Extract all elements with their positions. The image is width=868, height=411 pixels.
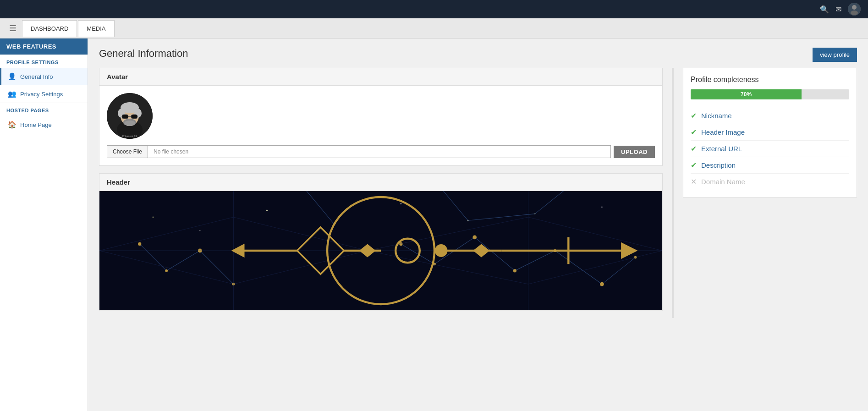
- svg-point-2: [851, 11, 858, 15]
- svg-point-14: [124, 121, 135, 126]
- upload-button[interactable]: UPLOAD: [614, 146, 655, 158]
- sidebar-item-home-page[interactable]: 🏠 Home Page: [0, 116, 88, 133]
- avatar-card-header: Avatar: [99, 68, 662, 86]
- completeness-item-external-url: ✔ External URL: [691, 141, 849, 157]
- hosted-pages-title: HOSTED PAGES: [0, 103, 88, 116]
- right-panel-divider: [672, 68, 674, 318]
- second-bar: ☰ DASHBOARD MEDIA: [0, 18, 868, 38]
- privacy-settings-icon: 👥: [8, 90, 16, 98]
- svg-point-30: [400, 203, 401, 204]
- top-bar: 🔍 ✉: [0, 0, 868, 18]
- completeness-label-external-url: External URL: [701, 145, 742, 153]
- header-image-preview: [99, 191, 662, 310]
- completeness-label-domain-name: Domain Name: [701, 178, 745, 186]
- sidebar-item-privacy-settings[interactable]: 👥 Privacy Settings: [0, 85, 88, 103]
- svg-rect-11: [131, 115, 137, 119]
- message-icon[interactable]: ✉: [835, 5, 841, 14]
- avatar-display: D'Asceni 33: [107, 93, 153, 139]
- sidebar-item-general-info[interactable]: 👤 General Info: [0, 68, 88, 85]
- progress-bar-container: 70%: [691, 89, 849, 99]
- header-card-header: Header: [99, 174, 662, 191]
- completeness-item-nickname: ✔ Nickname: [691, 108, 849, 124]
- choose-file-button[interactable]: Choose File: [107, 145, 148, 158]
- content-body: Avatar: [99, 68, 857, 318]
- svg-point-26: [152, 216, 154, 218]
- completeness-item-header-image: ✔ Header Image: [691, 124, 849, 141]
- completeness-title: Profile completeness: [691, 76, 849, 84]
- check-icon-header-image: ✔: [691, 128, 697, 137]
- header-card: Header: [99, 173, 663, 311]
- completeness-card: Profile completeness 70% ✔ Nickname ✔ He…: [683, 68, 857, 197]
- check-icon-nickname: ✔: [691, 111, 697, 120]
- home-page-icon: 🏠: [8, 121, 16, 129]
- main-layout: WEB FEATURES PROFILE SETTINGS 👤 General …: [0, 38, 868, 411]
- search-icon[interactable]: 🔍: [820, 5, 829, 14]
- svg-text:D'Asceni 33: D'Asceni 33: [122, 135, 137, 137]
- right-panel: Profile completeness 70% ✔ Nickname ✔ He…: [683, 68, 857, 318]
- completeness-label-nickname: Nickname: [701, 112, 732, 120]
- svg-point-27: [199, 230, 200, 231]
- check-icon-external-url: ✔: [691, 144, 697, 153]
- svg-point-28: [266, 210, 268, 212]
- profile-settings-title: PROFILE SETTINGS: [0, 55, 88, 68]
- sidebar-section-title: WEB FEATURES: [0, 38, 88, 55]
- dashboard-tab[interactable]: DASHBOARD: [22, 20, 77, 37]
- top-bar-icons: 🔍 ✉: [820, 3, 861, 16]
- header-card-body: [99, 191, 662, 310]
- completeness-item-domain-name: ✕ Domain Name: [691, 174, 849, 190]
- x-icon-domain-name: ✕: [691, 177, 697, 186]
- menu-icon[interactable]: ☰: [4, 23, 22, 33]
- svg-point-33: [601, 207, 603, 208]
- general-info-icon: 👤: [8, 72, 16, 81]
- svg-point-59: [600, 282, 604, 286]
- sidebar: WEB FEATURES PROFILE SETTINGS 👤 General …: [0, 38, 88, 411]
- sidebar-item-label: Privacy Settings: [20, 91, 63, 98]
- svg-rect-10: [122, 115, 128, 119]
- file-name-display: No file chosen: [148, 145, 611, 158]
- user-avatar-top[interactable]: [848, 3, 861, 16]
- progress-bar-fill: 70%: [691, 89, 802, 99]
- content-area: General Information view profile Avatar: [88, 38, 868, 411]
- avatar-card: Avatar: [99, 68, 663, 166]
- file-input-row: Choose File No file chosen UPLOAD: [107, 145, 655, 158]
- view-profile-button[interactable]: view profile: [813, 48, 857, 62]
- sidebar-item-label: Home Page: [20, 121, 52, 128]
- avatar-card-body: D'Asceni 33 Choose File No file chosen U…: [99, 86, 662, 165]
- svg-point-1: [852, 5, 857, 10]
- page-title: General Information: [99, 48, 857, 60]
- svg-point-56: [472, 235, 477, 239]
- svg-point-50: [138, 242, 141, 246]
- svg-point-51: [165, 269, 168, 272]
- completeness-label-description: Description: [701, 161, 736, 169]
- svg-point-57: [513, 269, 516, 272]
- check-icon-description: ✔: [691, 161, 697, 170]
- media-tab[interactable]: MEDIA: [78, 20, 114, 37]
- sidebar-item-label: General Info: [20, 73, 53, 80]
- completeness-item-description: ✔ Description: [691, 157, 849, 174]
- completeness-label-header-image: Header Image: [701, 128, 745, 136]
- main-panel: Avatar: [99, 68, 663, 318]
